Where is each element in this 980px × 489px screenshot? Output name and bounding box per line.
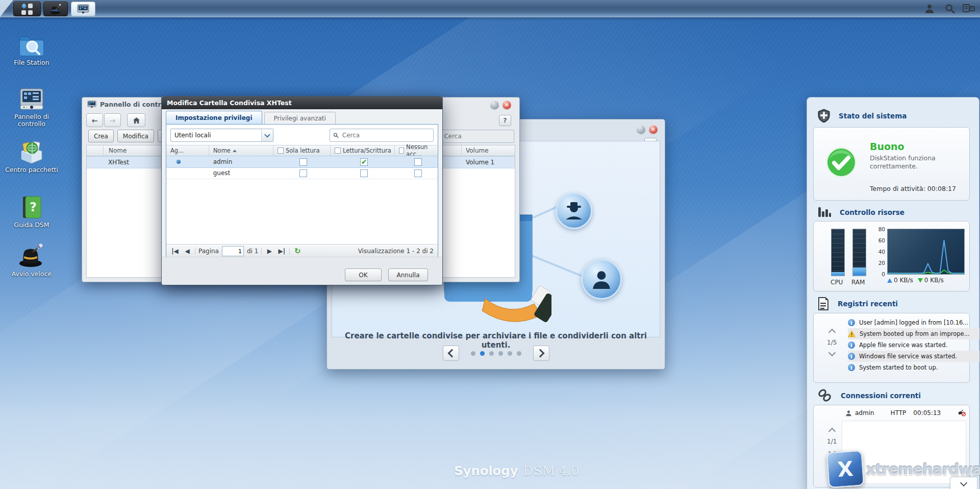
ok-button[interactable]: OK — [345, 268, 382, 281]
dialog-search-input[interactable] — [341, 131, 430, 139]
status-ok-icon — [825, 146, 858, 179]
control-panel-search[interactable] — [432, 130, 514, 143]
read-write-checkbox[interactable]: ✔ — [360, 158, 368, 166]
select-all-no-access-checkbox[interactable] — [399, 148, 404, 154]
create-button[interactable]: Crea — [88, 130, 114, 142]
last-page-button[interactable]: ▶| — [277, 247, 286, 256]
dialog-titlebar[interactable]: Modifica Cartella Condivisa XHTest — [162, 96, 442, 109]
wizard-minimize-button[interactable] — [637, 125, 645, 134]
desktop-icon-package-center[interactable]: Centro pacchetti — [5, 139, 58, 174]
first-page-button[interactable]: |◀ — [170, 247, 180, 256]
no-access-checkbox[interactable] — [414, 158, 422, 166]
page-of-label: di 1 — [247, 248, 258, 255]
wizard-next-button[interactable] — [533, 346, 549, 361]
connections-page-indicator: 1/1 — [827, 438, 837, 445]
recent-logs-box: 1/5 User [admin] logged in from [10.16..… — [813, 313, 970, 383]
previous-page-button[interactable]: ◀ — [183, 247, 192, 256]
main-menu-button[interactable] — [13, 2, 41, 16]
user-row-guest[interactable]: guest — [166, 167, 438, 179]
dsm-help-icon: ? — [19, 195, 44, 219]
taskbar — [0, 0, 980, 17]
read-only-checkbox[interactable] — [299, 158, 307, 166]
logs-page-up-button[interactable] — [828, 329, 836, 336]
read-write-column-header[interactable]: Lettura/Scrittura — [331, 145, 395, 156]
warning-icon — [848, 330, 856, 337]
search-taskbar-button[interactable] — [942, 2, 958, 15]
dialog-footer: OK Annulla — [162, 257, 442, 285]
file-station-icon — [18, 32, 45, 57]
svg-text:?: ? — [30, 200, 37, 214]
sidebar-collapse-button[interactable] — [950, 477, 977, 489]
home-button[interactable] — [127, 113, 145, 127]
cancel-button[interactable]: Annulla — [388, 268, 428, 281]
wizard-dot-1[interactable] — [471, 351, 475, 356]
select-all-read-write-checkbox[interactable] — [335, 148, 341, 154]
logs-page-down-button[interactable] — [828, 349, 836, 356]
privilege-table-header: Ag... Nome Sola lettura Lettura/Scrittur… — [166, 145, 438, 156]
user-type-value: Utenti locali — [171, 132, 261, 139]
user-icon — [845, 410, 852, 417]
current-connections-header: Connessioni correnti — [817, 388, 921, 403]
next-page-button[interactable]: ▶ — [265, 247, 274, 256]
desktop-icon-quick-start[interactable]: Avvio veloce — [5, 243, 58, 278]
xtremehardware-logo-tile: X — [826, 450, 865, 488]
dialog-search[interactable] — [330, 129, 434, 142]
user-icon — [924, 4, 935, 14]
select-all-read-only-checkbox[interactable] — [278, 148, 284, 154]
connection-protocol: HTTP — [891, 409, 907, 417]
show-desktop-wedge[interactable] — [0, 0, 13, 17]
control-panel-search-input[interactable] — [443, 132, 511, 140]
read-write-checkbox[interactable] — [360, 169, 368, 177]
dropdown-button[interactable] — [261, 129, 273, 141]
user-type-dropdown[interactable]: Utenti locali — [170, 129, 273, 142]
wizard-dot-4[interactable] — [498, 351, 503, 356]
edit-button[interactable]: Modifica — [117, 130, 154, 142]
tab-privilege-setup[interactable]: Impostazione privilegi — [166, 111, 262, 125]
upload-arrow-icon — [887, 278, 892, 283]
wizard-dot-6[interactable] — [517, 351, 521, 356]
wizard-close-button[interactable]: ✕ — [649, 125, 658, 134]
user-menu-button[interactable] — [922, 2, 937, 15]
user-row-admin[interactable]: admin ✔ — [166, 156, 438, 168]
wizard-dot-5[interactable] — [508, 351, 512, 356]
no-access-checkbox[interactable] — [414, 169, 422, 177]
wizard-prev-button[interactable] — [443, 346, 459, 361]
wizard-dot-2-active[interactable] — [480, 351, 485, 356]
magic-hat-icon — [49, 4, 62, 15]
desktop-icon-control-panel[interactable]: Pannello di controllo — [5, 87, 58, 128]
name-column-header[interactable]: Nome — [209, 145, 273, 156]
log-document-icon — [817, 297, 830, 311]
connection-duration: 00:05:13 — [913, 409, 941, 417]
desktop-icon-dsm-help[interactable]: ? Guida DSM — [5, 195, 58, 229]
applied-column-header[interactable]: Ag... — [166, 145, 209, 156]
resource-monitor-box: CPU RAM 8060 4020 0 0 KB/s 0 KB/s — [813, 221, 970, 291]
log-entry: User [admin] logged in from [10.16... — [848, 317, 979, 328]
control-panel-taskbar-button[interactable] — [71, 2, 95, 16]
disconnect-icon[interactable] — [958, 409, 966, 417]
back-button[interactable]: ← — [86, 113, 103, 127]
pilot-view-button[interactable] — [961, 2, 977, 15]
connections-page-up-button[interactable] — [828, 428, 836, 435]
tab-advanced-privileges[interactable]: Privilegi avanzati — [264, 112, 336, 125]
refresh-button[interactable]: ↻ — [293, 247, 302, 256]
control-panel-help-button[interactable]: ? — [499, 115, 511, 126]
desktop-icon-label: Pannello di controllo — [5, 113, 58, 128]
page-number-input[interactable] — [222, 246, 244, 256]
chevron-right-icon — [536, 349, 544, 358]
desktop-icon-file-station[interactable]: File Station — [5, 32, 58, 66]
wizard-dot-3[interactable] — [489, 351, 494, 356]
volume-column-header[interactable]: Volume — [461, 145, 515, 156]
status-description-line1: DiskStation funziona — [870, 154, 936, 162]
control-panel-close-button[interactable]: ✕ — [502, 101, 511, 109]
no-access-column-header[interactable]: Nessun acc... — [395, 145, 438, 156]
quick-launch-button[interactable] — [43, 2, 68, 16]
wizard-pagination — [327, 346, 665, 361]
control-panel-minimize-button[interactable] — [490, 101, 499, 109]
forward-button[interactable]: → — [104, 113, 121, 127]
local-user-badge — [581, 259, 622, 300]
ram-gauge — [852, 229, 866, 276]
read-only-column-header[interactable]: Sola lettura — [273, 145, 331, 156]
read-only-checkbox[interactable] — [299, 169, 307, 177]
desktop-icon-label: Avvio veloce — [5, 271, 58, 278]
info-icon — [848, 353, 855, 360]
